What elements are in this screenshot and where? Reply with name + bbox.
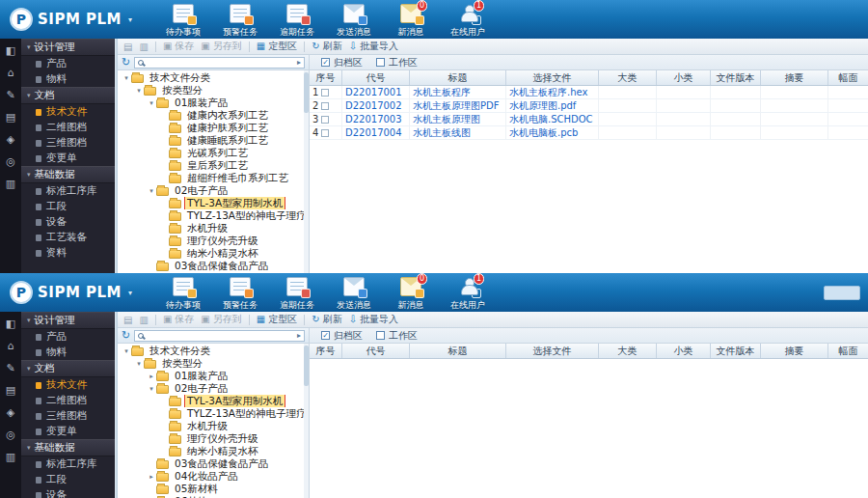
archive-area-checkbox[interactable] <box>321 58 330 67</box>
title-cell[interactable]: 水机主板原理图PDF <box>410 99 506 112</box>
rail-icon[interactable]: ◈ <box>7 407 14 418</box>
column-header[interactable]: 代号 <box>342 344 410 358</box>
search-go-icon[interactable]: ▸ <box>297 58 301 67</box>
column-header[interactable]: 标题 <box>410 344 506 358</box>
sidebar-item[interactable]: 工段 <box>21 199 115 214</box>
tree-node[interactable]: ▾ 02电子产品 <box>118 382 309 395</box>
fixed-area-button[interactable]: ▦定型区 <box>257 313 297 326</box>
tree-node[interactable]: TYL-3A型家用制水机 <box>118 395 309 407</box>
rail-icon[interactable]: ▤ <box>6 112 15 123</box>
work-area-checkbox[interactable] <box>376 331 385 340</box>
column-header[interactable]: 代号 <box>342 70 410 85</box>
sidebar-item[interactable]: ▾ 基础数据 <box>21 439 115 456</box>
row-checkbox[interactable] <box>321 102 329 110</box>
rail-icon[interactable]: ▤ <box>6 385 15 396</box>
tree-node[interactable]: 光碳系列工艺 <box>118 147 309 159</box>
archive-area-filter[interactable]: 归档区 <box>321 56 363 69</box>
tree-node[interactable]: ▾ 技术文件分类 <box>118 345 309 357</box>
chevron-down-icon[interactable]: ▾ <box>128 289 132 297</box>
tree-node[interactable]: 纳米小精灵水杯 <box>118 247 309 260</box>
rail-icon[interactable]: ⌂ <box>8 68 14 78</box>
tree-node[interactable]: ▾ 按类型分 <box>118 84 309 97</box>
column-header[interactable]: 标题 <box>410 70 506 85</box>
header-tool-button[interactable]: 1 在线用户 <box>446 4 490 39</box>
sidebar-item[interactable]: 设备 <box>21 214 115 230</box>
tree-scrollbar[interactable] <box>304 70 309 273</box>
batch-import-button[interactable]: ⇩批量导入 <box>349 313 398 326</box>
header-tool-button[interactable]: 逾期任务 <box>275 277 319 312</box>
tree-refresh-icon[interactable]: ↻ <box>122 330 130 341</box>
tree-search-input[interactable] <box>147 331 294 341</box>
refresh-button[interactable]: ↻刷新 <box>312 40 341 53</box>
rail-icon[interactable]: ◈ <box>7 134 14 145</box>
sidebar-item[interactable]: 设备 <box>21 487 115 498</box>
tree-node[interactable]: 超细纤维毛巾系列工艺 <box>118 172 309 184</box>
column-header[interactable]: 大类 <box>599 70 657 85</box>
tree-node[interactable]: 理疗仪外壳升级 <box>118 432 309 445</box>
expander-icon[interactable]: ▸ <box>147 373 156 380</box>
save-button[interactable]: ▣保存 <box>163 40 194 53</box>
header-tool-button[interactable]: 待办事项 <box>161 277 205 312</box>
sidebar-item[interactable]: ▾ 文档 <box>21 360 115 377</box>
header-tool-button[interactable]: 0 新消息 <box>389 4 433 39</box>
column-header[interactable]: 小类 <box>657 70 711 85</box>
column-header[interactable]: 文件版本 <box>711 344 761 358</box>
sidebar-item[interactable]: 标准工序库 <box>21 183 115 199</box>
code-cell[interactable]: D22017001 <box>342 86 410 98</box>
file-cell[interactable]: 水机主板程序.hex <box>506 86 599 98</box>
batch-import-button[interactable]: ⇩批量导入 <box>349 40 398 53</box>
save-button[interactable]: ▣保存 <box>163 313 194 326</box>
sidebar-item[interactable]: 变更单 <box>21 151 115 166</box>
app-logo[interactable]: P SIPM PLM ▾ <box>0 8 142 31</box>
sidebar-item[interactable]: 物料 <box>21 345 115 360</box>
sidebar-item[interactable]: 物料 <box>21 71 115 87</box>
file-cell[interactable]: 水机原理图.pdf <box>506 99 599 112</box>
code-cell[interactable]: D22017003 <box>342 113 410 125</box>
header-search-box[interactable] <box>824 286 860 300</box>
column-header[interactable]: 小类 <box>657 344 711 358</box>
header-tool-button[interactable]: 预警任务 <box>218 4 262 39</box>
sidebar-item[interactable]: ▾ 基础数据 <box>21 166 115 183</box>
list-view-icon[interactable]: ▥ <box>139 42 148 52</box>
sidebar-item[interactable]: 资料 <box>21 245 115 261</box>
rail-icon[interactable]: ✎ <box>6 363 14 374</box>
tree-search-input[interactable] <box>147 58 294 68</box>
tree-node[interactable]: 03食品保健食品产品 <box>118 260 309 272</box>
rail-icon[interactable]: ◧ <box>6 45 15 56</box>
column-header[interactable]: 大类 <box>599 344 657 358</box>
sidebar-item[interactable]: 二维图档 <box>21 393 115 408</box>
sidebar-item[interactable]: 三维图档 <box>21 408 115 424</box>
expander-icon[interactable]: ▾ <box>134 360 144 368</box>
scrollbar-thumb[interactable] <box>304 72 309 113</box>
table-row[interactable]: 4 D22017004 水机主板线图 水机电脑板.pcb <box>310 126 868 140</box>
sidebar-item[interactable]: 二维图档 <box>21 120 115 135</box>
sidebar-item[interactable]: 产品 <box>21 329 115 345</box>
tree-node[interactable]: ▾ 01服装产品 <box>118 97 309 109</box>
sidebar-item[interactable]: ▾ 设计管理 <box>21 312 115 329</box>
header-tool-button[interactable]: 预警任务 <box>218 277 262 312</box>
file-cell[interactable]: 水机电脑板.pcb <box>506 126 599 139</box>
header-tool-button[interactable]: 发送消息 <box>332 4 376 39</box>
tree-node[interactable]: 03食品保健食品产品 <box>118 457 309 470</box>
tree-node[interactable]: 05新材料 <box>118 483 309 495</box>
code-cell[interactable]: D22017004 <box>342 126 410 139</box>
sidebar-item[interactable]: ▾ 设计管理 <box>21 39 115 56</box>
row-checkbox[interactable] <box>321 129 329 137</box>
tree-node[interactable]: 皇后系列工艺 <box>118 159 309 172</box>
grid-view-icon[interactable]: ▤ <box>123 315 132 325</box>
header-tool-button[interactable]: 0 新消息 <box>389 277 433 312</box>
list-view-icon[interactable]: ▥ <box>139 315 148 325</box>
expander-icon[interactable]: ▾ <box>134 87 144 95</box>
column-header[interactable]: 选择文件 <box>506 344 599 358</box>
archive-area-checkbox[interactable] <box>321 331 330 340</box>
refresh-button[interactable]: ↻刷新 <box>312 313 341 326</box>
archive-area-filter[interactable]: 归档区 <box>321 329 363 343</box>
scrollbar-thumb[interactable] <box>304 346 309 386</box>
column-header[interactable]: 摘要 <box>761 344 828 358</box>
table-row[interactable]: 3 D22017003 水机主板原理图 水机电脑.SCHDOC <box>310 113 868 126</box>
sidebar-item[interactable]: 技术文件 <box>21 104 115 120</box>
rail-icon[interactable]: ◎ <box>6 429 15 440</box>
column-header[interactable]: 摘要 <box>761 70 828 85</box>
header-tool-button[interactable]: 逾期任务 <box>275 4 319 39</box>
column-header[interactable]: 幅面 <box>828 70 868 85</box>
